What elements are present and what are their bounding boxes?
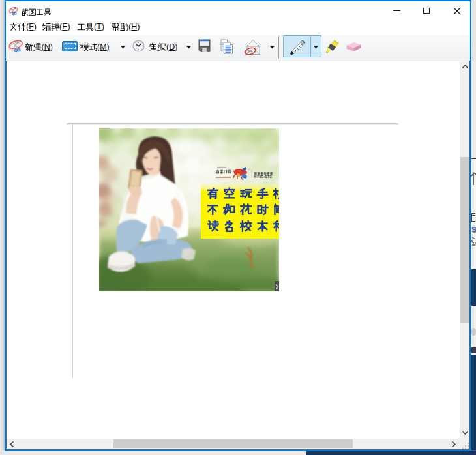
svg-text:TM: TM (248, 169, 251, 171)
svg-text:NYSE:STG: NYSE:STG (254, 175, 273, 179)
